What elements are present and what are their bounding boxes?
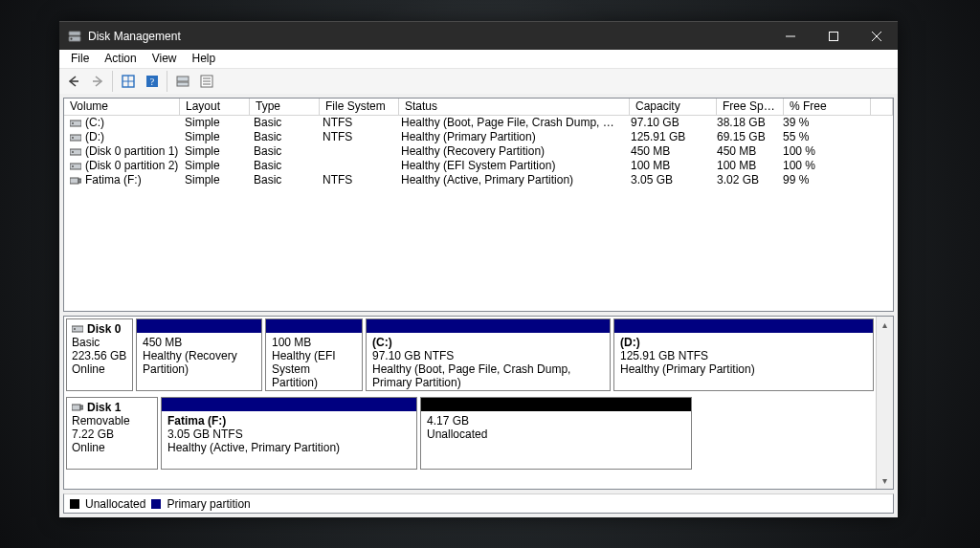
col-status[interactable]: Status [399, 99, 630, 115]
svg-point-21 [72, 122, 74, 124]
table-row[interactable]: (Disk 0 partition 2)SimpleBasicHealthy (… [64, 159, 893, 173]
svg-rect-22 [70, 135, 81, 141]
disk-label[interactable]: Disk 0Basic223.56 GBOnline [66, 318, 133, 391]
forward-button[interactable] [85, 70, 109, 93]
cell-fs: NTFS [317, 130, 395, 144]
cell-volume: (Disk 0 partition 1) [64, 144, 179, 159]
partition-label: Fatima (F:)3.05 GB NTFSHealthy (Active, … [162, 411, 416, 469]
menubar: File Action View Help [59, 50, 898, 69]
svg-rect-26 [70, 164, 81, 169]
volume-list-body[interactable]: (C:)SimpleBasicNTFSHealthy (Boot, Page F… [64, 116, 893, 311]
cell-layout: Simple [179, 130, 248, 144]
graphical-content[interactable]: Disk 0Basic223.56 GBOnline450 MBHealthy … [64, 317, 876, 489]
table-row[interactable]: Fatima (F:)SimpleBasicNTFSHealthy (Activ… [64, 173, 893, 187]
partition-stripe [367, 319, 610, 333]
col-type[interactable]: Type [250, 99, 320, 115]
cell-capacity: 450 MB [625, 144, 711, 159]
menu-action[interactable]: Action [97, 50, 144, 68]
table-row[interactable]: (Disk 0 partition 1)SimpleBasicHealthy (… [64, 144, 893, 159]
cell-volume: (D:) [64, 130, 179, 144]
toolbar: ? [59, 69, 898, 94]
refresh-button[interactable] [116, 70, 140, 93]
cell-type: Basic [248, 173, 317, 187]
titlebar[interactable]: Disk Management [59, 22, 898, 50]
volume-list-header: Volume Layout Type File System Status Ca… [64, 99, 893, 116]
help-button[interactable]: ? [140, 70, 164, 93]
cell-layout: Simple [179, 159, 248, 173]
svg-point-25 [72, 151, 74, 153]
disk-management-window: Disk Management File Action View Help ? … [59, 21, 898, 517]
cell-layout: Simple [179, 116, 248, 130]
cell-pct: 55 % [777, 130, 863, 144]
cell-type: Basic [248, 130, 317, 144]
vertical-scrollbar[interactable]: ▴ ▾ [876, 317, 893, 489]
menu-help[interactable]: Help [185, 50, 224, 68]
partition[interactable]: (C:)97.10 GB NTFSHealthy (Boot, Page Fil… [366, 318, 611, 391]
svg-point-1 [70, 37, 72, 39]
legend-bar: Unallocated Primary partition [63, 493, 894, 514]
legend-swatch-unallocated [70, 499, 79, 509]
partition[interactable]: 4.17 GBUnallocated [420, 397, 692, 470]
cell-capacity: 97.10 GB [625, 116, 711, 130]
partition-stripe [421, 398, 691, 411]
col-layout[interactable]: Layout [180, 99, 250, 115]
cell-volume: (Disk 0 partition 2) [64, 159, 179, 173]
cell-pct: 99 % [777, 173, 863, 187]
partition-stripe [614, 319, 873, 333]
cell-capacity: 125.91 GB [625, 130, 711, 144]
cell-status: Healthy (Boot, Page File, Crash Dump, Pr… [395, 116, 625, 130]
graphical-view-pane: Disk 0Basic223.56 GBOnline450 MBHealthy … [63, 316, 894, 490]
maximize-button[interactable] [812, 22, 855, 50]
cell-free: 38.18 GB [711, 116, 777, 130]
disk-partitions: Fatima (F:)3.05 GB NTFSHealthy (Active, … [161, 397, 874, 470]
svg-rect-24 [70, 149, 81, 155]
col-pctfree[interactable]: % Free [784, 99, 871, 115]
disk-row: Disk 1Removable7.22 GBOnlineFatima (F:)3… [66, 397, 874, 470]
col-volume[interactable]: Volume [64, 99, 180, 115]
cell-fs: NTFS [317, 116, 395, 130]
back-button[interactable] [61, 70, 85, 93]
partition-label: 450 MBHealthy (Recovery Partition) [137, 333, 261, 390]
menu-file[interactable]: File [63, 50, 97, 68]
close-button[interactable] [855, 22, 898, 50]
partition-label: (D:)125.91 GB NTFSHealthy (Primary Parti… [614, 333, 873, 390]
col-capacity[interactable]: Capacity [630, 99, 717, 115]
cell-type: Basic [248, 116, 317, 130]
cell-fs [317, 159, 395, 173]
cell-pct: 100 % [777, 144, 863, 159]
scroll-up-icon[interactable]: ▴ [877, 317, 893, 333]
cell-fs: NTFS [317, 173, 395, 187]
col-filesystem[interactable]: File System [320, 99, 399, 115]
cell-status: Healthy (Active, Primary Partition) [395, 173, 625, 187]
app-icon [67, 29, 82, 44]
cell-capacity: 100 MB [625, 159, 711, 173]
partition[interactable]: (D:)125.91 GB NTFSHealthy (Primary Parti… [613, 318, 874, 391]
svg-rect-30 [72, 326, 83, 332]
svg-rect-32 [72, 405, 80, 410]
svg-rect-2 [69, 31, 80, 34]
col-free[interactable]: Free Spa... [717, 99, 784, 115]
partition-label: 4.17 GBUnallocated [421, 411, 691, 469]
properties-button[interactable] [194, 70, 218, 93]
cell-free: 3.02 GB [711, 173, 777, 187]
partition[interactable]: 450 MBHealthy (Recovery Partition) [136, 318, 262, 391]
svg-point-27 [72, 165, 74, 167]
partition[interactable]: Fatima (F:)3.05 GB NTFSHealthy (Active, … [161, 397, 417, 470]
cell-layout: Simple [179, 173, 248, 187]
table-row[interactable]: (C:)SimpleBasicNTFSHealthy (Boot, Page F… [64, 116, 893, 130]
disk-label[interactable]: Disk 1Removable7.22 GBOnline [66, 397, 158, 470]
svg-rect-14 [177, 77, 189, 81]
minimize-button[interactable] [768, 22, 812, 50]
table-row[interactable]: (D:)SimpleBasicNTFSHealthy (Primary Part… [64, 130, 893, 144]
cell-pct: 39 % [777, 116, 863, 130]
menu-view[interactable]: View [145, 50, 185, 68]
disk-view-button[interactable] [170, 70, 194, 93]
cell-status: Healthy (Primary Partition) [395, 130, 625, 144]
svg-rect-20 [70, 121, 81, 126]
cell-status: Healthy (EFI System Partition) [395, 159, 625, 173]
scroll-down-icon[interactable]: ▾ [877, 472, 893, 489]
legend-primary: Primary partition [167, 497, 250, 511]
partition[interactable]: 100 MBHealthy (EFI System Partition) [265, 318, 363, 391]
svg-rect-28 [70, 178, 78, 184]
svg-point-31 [74, 328, 76, 330]
